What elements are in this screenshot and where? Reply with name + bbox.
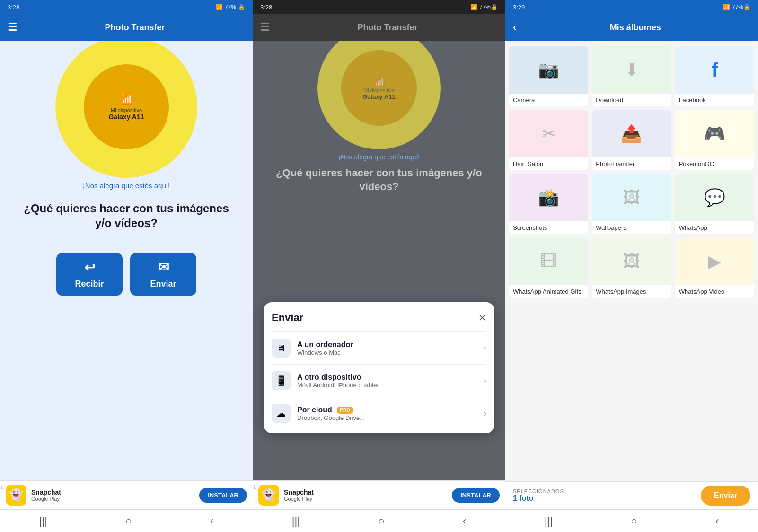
nav-home-2[interactable]: ○ (378, 515, 384, 527)
album-label-wallpapers: Wallpapers (592, 221, 671, 234)
enviar-button[interactable]: Enviar (701, 486, 750, 506)
top-bar-2: ☰ Photo Transfer (253, 14, 505, 41)
menu-icon-2[interactable]: ☰ (260, 21, 270, 34)
ad-banner-1: ℹ 👻 Snapchat Google Play INSTALAR (0, 480, 253, 509)
nav-back-3[interactable]: ‹ (715, 515, 719, 527)
ad-text-2: Snapchat Google Play (284, 488, 447, 502)
album-thumb-wa-gifs: 🎞 (509, 238, 588, 285)
nav-menu-2[interactable]: ||| (292, 515, 300, 527)
album-label-download: Download (592, 94, 671, 106)
top-bar-1: ☰ Photo Transfer (0, 14, 253, 41)
screen1: 3:28 📶 77% 🔒 ☰ Photo Transfer 📶 Mi dispo… (0, 0, 253, 532)
wifi-icon-3: 📶 (723, 4, 730, 10)
ad-banner-2: ℹ 👻 Snapchat Google Play INSTALAR (253, 480, 505, 509)
album-camera[interactable]: 📷 Camera (509, 46, 588, 106)
album-thumb-wa-images: 🖼 (592, 238, 671, 285)
nav-back-2[interactable]: ‹ (463, 515, 466, 527)
album-thumb-wa-video: ▶ (675, 238, 754, 285)
receive-icon: ↩ (84, 260, 95, 275)
nav-menu-3[interactable]: ||| (545, 515, 553, 527)
signal-2: 77%🔒 (479, 4, 498, 10)
receive-label: Recibir (75, 279, 104, 289)
status-bar-1: 3:28 📶 77% 🔒 (0, 0, 253, 14)
album-wa-images[interactable]: 🖼 WhatsApp Images (592, 238, 671, 298)
circle-outer-1: 📶 Mi dispositivo Galaxy A11 (55, 41, 197, 178)
status-bar-3: 3:29 📶 77%🔒 (505, 0, 758, 14)
bottom-bar-3: SELECCIONADOS 1 foto Enviar (505, 481, 758, 509)
send-label-1: Enviar (150, 279, 176, 289)
modal-close-button[interactable]: ✕ (478, 312, 486, 323)
modal-title: Enviar (272, 312, 303, 324)
option-text-cloud: Por cloud PRO Dropbox, Google Drive... (297, 406, 477, 421)
option-subtitle-device: Móvil Android, iPhone o tablet (297, 382, 477, 389)
snapchat-icon: 👻 (6, 485, 26, 506)
album-thumb-hair: ✂ (509, 110, 588, 157)
device-circle-1: 📶 Mi dispositivo Galaxy A11 (0, 41, 253, 178)
option-arrow-cloud: › (484, 409, 486, 419)
device-name-1: Galaxy A11 (109, 113, 144, 121)
option-title-computer: A un ordenador (297, 340, 477, 349)
album-thumb-download: ⬇ (592, 46, 671, 94)
ad-store-2: Google Play (284, 496, 447, 502)
album-thumb-phototransfer: 📤 (592, 110, 671, 157)
signal-icon-1: 77% (225, 4, 236, 10)
status-time-3: 3:29 (513, 4, 525, 11)
album-label-pokemon: PokemonGO (675, 157, 754, 170)
album-label-screenshots: Screenshots (509, 221, 588, 234)
album-label-phototransfer: PhotoTransfer (592, 157, 671, 170)
wifi-symbol-1: 📶 (120, 93, 133, 105)
bottom-nav-3: ||| ○ ‹ (505, 509, 758, 532)
ad-text-1: Snapchat Google Play (31, 488, 194, 502)
album-hair-salon[interactable]: ✂ Hair_Salon (509, 110, 588, 170)
modal-option-device[interactable]: 📱 A otro dispositivo Móvil Android, iPho… (272, 364, 486, 397)
welcome-text-1: ¡Nos alegra que estés aquí! (83, 182, 170, 190)
album-screenshots[interactable]: 📸 Screenshots (509, 174, 588, 234)
nav-back-1[interactable]: ‹ (210, 515, 213, 527)
album-label-wa-images: WhatsApp Images (592, 285, 671, 298)
modal-option-computer[interactable]: 🖥 A un ordenador Windows o Mac › (272, 331, 486, 364)
nav-home-3[interactable]: ○ (631, 515, 637, 527)
send-button-1[interactable]: ✉ Enviar (130, 253, 196, 296)
app-title-3: Mis álbumes (520, 23, 750, 33)
selected-count: 1 foto (513, 494, 564, 503)
install-button-1[interactable]: INSTALAR (199, 488, 247, 503)
device-icon: 📱 (272, 371, 291, 390)
modal-header: Enviar ✕ (272, 312, 486, 324)
nav-menu-1[interactable]: ||| (39, 515, 47, 527)
modal-option-cloud[interactable]: ☁ Por cloud PRO Dropbox, Google Drive...… (272, 397, 486, 429)
ad-info-icon-2: ℹ (254, 485, 256, 490)
selected-label: SELECCIONADOS (513, 488, 564, 494)
album-wa-gifs[interactable]: 🎞 WhatsApp Animated Gifs (509, 238, 588, 298)
album-label-facebook: Facebook (675, 94, 754, 106)
receive-button[interactable]: ↩ Recibir (56, 253, 123, 296)
option-subtitle-cloud: Dropbox, Google Drive... (297, 414, 477, 421)
album-label-wa-video: WhatsApp Video (675, 285, 754, 298)
circle-inner-1: 📶 Mi dispositivo Galaxy A11 (84, 64, 169, 149)
albums-body: 📷 Camera ⬇ Download f Facebook ✂ Hair_Sa… (505, 41, 758, 481)
album-label-wa-gifs: WhatsApp Animated Gifs (509, 285, 588, 298)
album-whatsapp[interactable]: 💬 WhatsApp (675, 174, 754, 234)
album-wa-video[interactable]: ▶ WhatsApp Video (675, 238, 754, 298)
screen1-body: 📶 Mi dispositivo Galaxy A11 ¡Nos alegra … (0, 41, 253, 480)
album-facebook[interactable]: f Facebook (675, 46, 754, 106)
album-wallpapers[interactable]: 🖼 Wallpapers (592, 174, 671, 234)
option-text-device: A otro dispositivo Móvil Android, iPhone… (297, 373, 477, 389)
modal-sheet: Enviar ✕ 🖥 A un ordenador Windows o Mac … (264, 302, 494, 433)
nav-home-1[interactable]: ○ (125, 515, 132, 527)
signal-3: 77%🔒 (732, 4, 750, 10)
option-arrow-device: › (484, 376, 486, 386)
album-pokemon[interactable]: 🎮 PokemonGO (675, 110, 754, 170)
back-button-3[interactable]: ‹ (513, 21, 516, 34)
bottom-nav-1: ||| ○ ‹ (0, 509, 253, 532)
computer-icon: 🖥 (272, 339, 291, 358)
status-icons-3: 📶 77%🔒 (723, 4, 750, 10)
bottom-nav-2: ||| ○ ‹ (253, 509, 505, 532)
install-button-2[interactable]: INSTALAR (452, 488, 500, 503)
menu-icon-1[interactable]: ☰ (8, 21, 17, 34)
device-label-1: Mi dispositivo (111, 107, 142, 113)
send-icon-1: ✉ (158, 260, 169, 275)
album-download[interactable]: ⬇ Download (592, 46, 671, 106)
app-title-2: Photo Transfer (277, 23, 498, 33)
album-phototransfer[interactable]: 📤 PhotoTransfer (592, 110, 671, 170)
action-buttons-1: ↩ Recibir ✉ Enviar (56, 253, 196, 296)
